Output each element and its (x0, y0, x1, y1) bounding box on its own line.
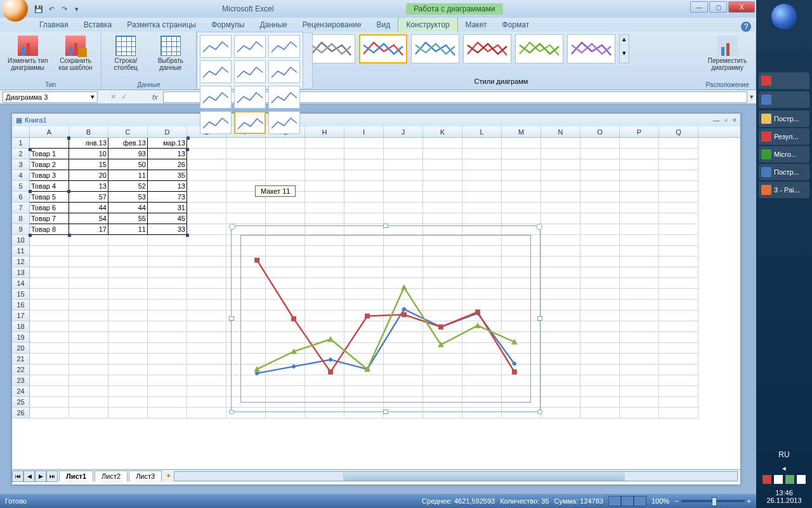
column-header[interactable]: Q (659, 126, 698, 137)
worksheet[interactable]: ABCDEFGHIJKLMNOPQ 1янв.13фев.13мар.132То… (12, 126, 740, 469)
cell[interactable] (580, 224, 620, 235)
column-header[interactable]: J (384, 126, 423, 137)
cell[interactable] (423, 138, 462, 149)
cell[interactable] (620, 224, 659, 235)
cell[interactable] (620, 278, 659, 289)
cell[interactable] (187, 149, 226, 159)
cell[interactable] (502, 181, 541, 192)
column-header[interactable]: P (620, 126, 659, 137)
cell[interactable] (108, 257, 148, 267)
chart-style-swatch[interactable] (463, 34, 511, 64)
cell[interactable] (344, 159, 384, 170)
cell[interactable] (462, 149, 502, 159)
cell[interactable] (30, 257, 69, 267)
cell[interactable] (659, 170, 698, 181)
chart-style-swatch[interactable] (567, 34, 615, 64)
cell[interactable]: 13 (148, 181, 187, 192)
language-indicator[interactable]: RU (756, 450, 812, 459)
cell[interactable] (580, 364, 620, 375)
taskbar-item[interactable]: 3 - Pai... (759, 182, 809, 198)
cell[interactable] (305, 170, 344, 181)
cell[interactable] (69, 257, 108, 267)
cell[interactable]: 26 (148, 159, 187, 170)
cell[interactable] (659, 257, 698, 267)
cell[interactable]: 20 (69, 170, 108, 181)
cell[interactable] (69, 300, 108, 311)
cell[interactable]: фев.13 (108, 138, 148, 149)
cell[interactable] (462, 192, 502, 203)
cell[interactable] (620, 257, 659, 267)
cell[interactable] (69, 354, 108, 364)
cell[interactable] (108, 332, 148, 343)
switch-row-column-button[interactable]: Строка/столбец (105, 34, 147, 72)
cell[interactable] (580, 300, 620, 311)
cell[interactable]: 55 (108, 213, 148, 224)
horizontal-scrollbar[interactable] (174, 471, 738, 481)
row-header[interactable]: 4 (12, 170, 30, 181)
cell[interactable] (69, 311, 108, 321)
cell[interactable] (30, 375, 69, 386)
cell[interactable] (187, 224, 226, 235)
cell[interactable] (620, 397, 659, 408)
cell[interactable] (384, 159, 423, 170)
row-header[interactable]: 3 (12, 159, 30, 170)
cell[interactable] (659, 181, 698, 192)
ribbon-tab[interactable]: Данные (252, 18, 294, 32)
cell[interactable] (69, 267, 108, 278)
cell[interactable] (69, 278, 108, 289)
cell[interactable] (384, 181, 423, 192)
cell[interactable] (266, 138, 305, 149)
cell[interactable] (620, 138, 659, 149)
cell[interactable] (659, 138, 698, 149)
cell[interactable] (620, 159, 659, 170)
cell[interactable] (187, 192, 226, 203)
cell[interactable] (659, 149, 698, 159)
expand-formula-icon[interactable]: ▾ (750, 93, 754, 101)
cell[interactable] (620, 354, 659, 364)
column-header[interactable]: C (108, 126, 148, 137)
cell[interactable] (541, 397, 580, 408)
column-header[interactable]: A (30, 126, 69, 137)
cell[interactable] (148, 408, 187, 418)
chart-layout-item[interactable] (200, 35, 232, 58)
cell[interactable] (659, 224, 698, 235)
sheet-tab[interactable]: Лист3 (129, 471, 162, 481)
cell[interactable] (580, 246, 620, 257)
cell[interactable] (226, 149, 266, 159)
cell[interactable] (580, 354, 620, 364)
chart-style-swatch[interactable] (515, 34, 563, 64)
cell[interactable] (187, 343, 226, 354)
cell[interactable] (108, 321, 148, 332)
cell[interactable] (187, 321, 226, 332)
cell[interactable]: 13 (69, 181, 108, 192)
cell[interactable] (344, 138, 384, 149)
cell[interactable] (30, 386, 69, 397)
cell[interactable] (580, 397, 620, 408)
cell[interactable] (659, 397, 698, 408)
cell[interactable] (108, 267, 148, 278)
cell[interactable] (30, 246, 69, 257)
cell[interactable] (108, 343, 148, 354)
cell[interactable] (266, 213, 305, 224)
cell[interactable] (384, 138, 423, 149)
cell[interactable]: Товар 2 (30, 159, 69, 170)
column-header[interactable]: N (541, 126, 580, 137)
cell[interactable]: Товар 8 (30, 224, 69, 235)
cell[interactable]: 10 (69, 149, 108, 159)
cell[interactable]: 31 (148, 203, 187, 213)
column-header[interactable]: H (305, 126, 344, 137)
row-header[interactable]: 17 (12, 311, 30, 321)
cell[interactable] (30, 138, 69, 149)
cell[interactable] (108, 311, 148, 321)
ribbon-tab[interactable]: Вид (369, 18, 398, 32)
cell[interactable] (30, 354, 69, 364)
sheet-tab[interactable]: Лист1 (59, 471, 93, 481)
cell[interactable] (148, 375, 187, 386)
cell[interactable] (187, 138, 226, 149)
system-tray[interactable] (756, 472, 812, 486)
cell[interactable] (659, 203, 698, 213)
cell[interactable] (108, 364, 148, 375)
chart-layout-item[interactable] (200, 86, 232, 109)
cell[interactable] (344, 181, 384, 192)
cell[interactable]: 13 (148, 149, 187, 159)
